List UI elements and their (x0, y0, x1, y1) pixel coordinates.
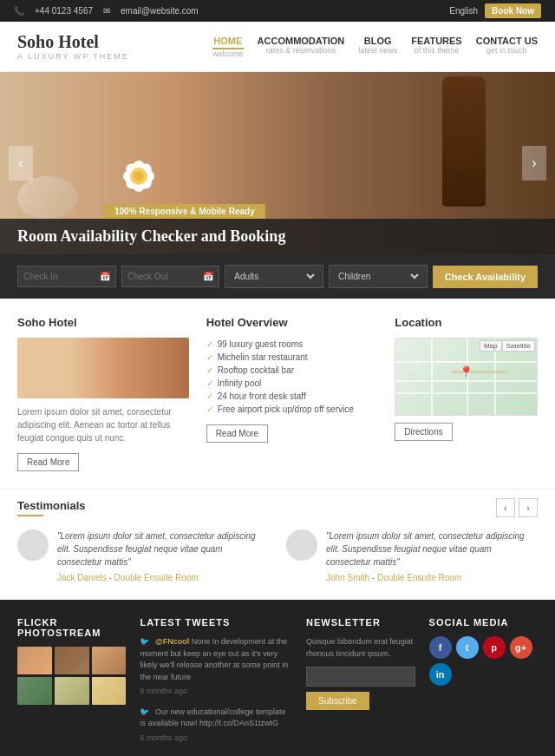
language-selector[interactable]: English (449, 6, 478, 16)
subscribe-button[interactable]: Subscribe (306, 692, 369, 710)
check-icon: ✓ (206, 378, 213, 388)
map-tab-satellite[interactable]: Satellite (502, 340, 535, 352)
hotel-section-title: Soho Hotel (17, 316, 189, 329)
linkedin-icon[interactable]: in (429, 663, 452, 686)
footer-newsletter-column: NEWSLETTER Quisque bibendum erat feugiat… (306, 617, 415, 753)
feature-item: ✓Free airport pick up/drop off service (206, 403, 378, 416)
hotel-description: Lorem ipsum dolor sit amet, consectetur … (17, 405, 189, 444)
nav-label-blog: BLOG (358, 36, 397, 46)
feature-item: ✓Michelin star restaurant (206, 351, 378, 364)
children-select[interactable]: Children 0 1 2 (335, 266, 421, 287)
tweet-item-1: 🐦 @FNcool None In development at the mom… (140, 636, 292, 698)
overview-read-more-button[interactable]: Read More (206, 424, 268, 443)
main-content: Soho Hotel Lorem ipsum dolor sit amet, c… (0, 299, 555, 489)
testimonial-avatar-2 (286, 529, 317, 561)
location-section-title: Location (395, 316, 538, 329)
check-in-field[interactable]: 📅 (17, 266, 116, 287)
testimonial-next-button[interactable]: › (519, 498, 538, 517)
feature-item: ✓Infinity pool (206, 377, 378, 390)
nav-item-contact[interactable]: CONTACT US get in touch (476, 36, 538, 55)
check-out-field[interactable]: 📅 (121, 266, 220, 287)
children-field[interactable]: Children 0 1 2 (329, 265, 428, 288)
testimonials-title: Testimonials (17, 499, 86, 516)
flickr-thumb-4[interactable] (17, 677, 52, 705)
twitter-icon[interactable]: t (456, 636, 479, 659)
check-icon: ✓ (206, 365, 213, 375)
nav-item-accommodation[interactable]: ACCOMMODATION rates & reservations (258, 36, 345, 55)
adults-select[interactable]: Adults 1 2 3 (231, 266, 317, 287)
flickr-thumb-2[interactable] (55, 647, 89, 674)
pinterest-icon[interactable]: p (483, 636, 506, 659)
tweet-handle-1: @FNcool (155, 637, 189, 646)
google-plus-icon[interactable]: g+ (510, 636, 532, 659)
testimonial-text-2: "Lorem ipsum dolor sit amet, consectetur… (326, 529, 538, 569)
newsletter-title: NEWSLETTER (306, 617, 415, 628)
flickr-grid (17, 647, 126, 705)
logo-title: Soho Hotel (17, 32, 129, 52)
testimonial-text-1: "Lorem ipsum dolor sit amet, consectetur… (57, 529, 269, 569)
social-icons: f t p g+ in (429, 636, 538, 686)
phone-number: +44 0123 4567 (35, 6, 93, 16)
email-icon: ✉ (103, 6, 110, 16)
testimonial-author-2: John Smith - Double Ensuite Room (326, 573, 538, 582)
footer-tweets-column: LATEST TWEETS 🐦 @FNcool None In developm… (140, 617, 292, 753)
newsletter-text: Quisque bibendum erat feugiat rhoncus ti… (306, 636, 415, 660)
svg-point-5 (134, 171, 144, 181)
book-now-button[interactable]: Book Now (485, 3, 541, 18)
nav-item-features[interactable]: FEATURES of this theme (411, 36, 461, 55)
tweets-title: LATEST TWEETS (140, 617, 292, 628)
hero-arrow-right[interactable]: › (522, 146, 546, 181)
testimonial-avatar-1 (17, 529, 49, 561)
map-tab-map[interactable]: Map (480, 340, 502, 352)
hotel-read-more-button[interactable]: Read More (17, 453, 79, 471)
feature-item: ✓24 hour front desk staff (206, 390, 378, 403)
flickr-thumb-3[interactable] (92, 647, 127, 674)
nav-label-contact: CONTACT US (476, 36, 538, 46)
email-address: email@website.com (121, 6, 199, 16)
location-column: Location 📍 Map Satellite (395, 316, 538, 471)
check-availability-button[interactable]: Check Availability (433, 266, 538, 288)
facebook-icon[interactable]: f (429, 636, 452, 659)
nav-item-blog[interactable]: BLOG latest news (358, 36, 397, 55)
nav-item-home[interactable]: HOME welcome (212, 36, 244, 58)
feature-item: ✓99 luxury guest rooms (206, 338, 378, 351)
hotel-column: Soho Hotel Lorem ipsum dolor sit amet, c… (17, 316, 189, 471)
feature-list: ✓99 luxury guest rooms ✓Michelin star re… (206, 338, 378, 416)
check-in-input[interactable] (23, 266, 96, 286)
map-container[interactable]: 📍 Map Satellite (395, 338, 538, 416)
hero-badge: 100% Responsive & Mobile Ready (104, 204, 265, 219)
header: Soho Hotel A LUXURY WP THEME HOME welcom… (0, 22, 555, 72)
flickr-title: FLICKR PHOTOSTREAM (17, 617, 126, 638)
directions-button[interactable]: Directions (395, 423, 452, 441)
testimonial-navigation: ‹ › (496, 498, 538, 517)
check-icon: ✓ (206, 391, 213, 401)
twitter-icon-2: 🐦 (140, 707, 149, 716)
booking-bar: 📅 📅 Adults 1 2 3 Children 0 1 2 Check Av… (0, 254, 555, 299)
phone-icon: 📞 (14, 6, 24, 16)
twitter-icon-1: 🐦 (140, 637, 149, 646)
nav-label-features: FEATURES (411, 36, 461, 46)
footer: FLICKR PHOTOSTREAM LATEST TWEETS 🐦 @FNco… (0, 600, 555, 756)
hero-arrow-left[interactable]: ‹ (9, 146, 33, 181)
overview-column: Hotel Overview ✓99 luxury guest rooms ✓M… (206, 316, 378, 471)
nav-label-home: HOME (212, 36, 244, 49)
flickr-thumb-1[interactable] (17, 647, 52, 674)
footer-social-column: SOCIAL MEDIA f t p g+ in (429, 617, 538, 753)
check-icon: ✓ (206, 339, 213, 349)
tweet-time-2: 6 months ago (140, 733, 292, 745)
footer-flickr-column: FLICKR PHOTOSTREAM (17, 617, 126, 753)
testimonial-prev-button[interactable]: ‹ (496, 498, 515, 517)
nav-label-accommodation: ACCOMMODATION (258, 36, 345, 46)
main-nav: HOME welcome ACCOMMODATION rates & reser… (212, 36, 538, 58)
flickr-thumb-6[interactable] (92, 677, 127, 705)
flickr-thumb-5[interactable] (55, 677, 89, 705)
nav-sub-contact: get in touch (476, 46, 538, 55)
check-out-input[interactable] (127, 266, 200, 286)
adults-field[interactable]: Adults 1 2 3 (225, 265, 323, 288)
tweet-time-1: 6 months ago (140, 686, 292, 698)
hero-section: ‹ › 100% Responsive & Mobile Ready Room … (0, 72, 555, 254)
testimonial-item-1: "Lorem ipsum dolor sit amet, consectetur… (17, 529, 269, 582)
nav-sub-accommodation: rates & reservations (258, 46, 345, 55)
nav-sub-home: welcome (212, 49, 244, 58)
newsletter-input[interactable] (306, 667, 415, 687)
